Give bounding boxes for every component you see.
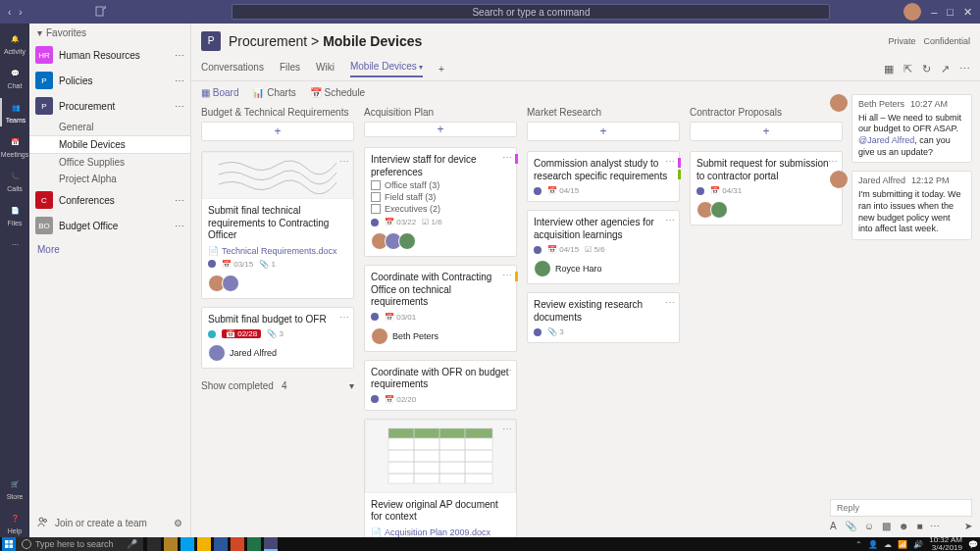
tab-files[interactable]: Files [280, 62, 300, 76]
card-menu-icon[interactable]: ⋯ [665, 297, 675, 308]
task-card[interactable]: Submit request for submission to contrac… [690, 151, 843, 225]
tab-mobile-devices[interactable]: Mobile Devices ▾ [350, 61, 423, 77]
taskview-icon[interactable] [147, 537, 161, 551]
wifi-tray-icon[interactable]: 📶 [898, 540, 907, 549]
card-menu-icon[interactable]: ⋯ [665, 215, 675, 225]
edge-icon[interactable] [181, 537, 194, 551]
channel-office-supplies[interactable]: Office Supplies [29, 154, 190, 171]
task-card[interactable]: Coordinate with OFR on budget requiremen… [364, 360, 517, 411]
rail-files[interactable]: 📄Files [0, 201, 29, 229]
gif-icon[interactable]: ▩ [882, 521, 891, 531]
team-hr[interactable]: HRHuman Resources⋯ [29, 42, 190, 68]
join-team-link[interactable]: Join or create a team [55, 518, 147, 528]
card-menu-icon[interactable]: ⋯ [665, 156, 675, 167]
rail-store[interactable]: 🛒Store [0, 475, 29, 503]
new-doc-icon[interactable] [95, 6, 106, 19]
word-icon[interactable] [214, 537, 228, 551]
format-icon[interactable]: A [830, 521, 837, 531]
task-card[interactable]: Review original AP document for context📄… [364, 419, 517, 538]
gear-icon[interactable]: ⚙ [174, 518, 182, 528]
team-bo[interactable]: BOBudget Office⋯ [29, 213, 190, 238]
user-avatar[interactable] [903, 3, 921, 21]
team-menu-icon[interactable]: ⋯ [175, 101, 184, 112]
fullscreen-icon[interactable]: ⇱ [903, 63, 912, 75]
card-menu-icon[interactable]: ⋯ [502, 424, 512, 434]
task-card[interactable]: Submit final budget to OFR📅 02/28📎 3Jare… [201, 307, 354, 370]
start-button[interactable] [2, 537, 16, 551]
sticker-icon[interactable]: ☻ [899, 521, 909, 531]
tab-wiki[interactable]: Wiki [316, 62, 335, 76]
add-task-button[interactable]: + [690, 122, 843, 141]
rail-help[interactable]: ❓Help [0, 509, 29, 537]
tray-chevron-icon[interactable]: ⌃ [855, 540, 862, 549]
card-menu-icon[interactable]: ⋯ [502, 270, 512, 280]
search-input[interactable]: Search or type a command [232, 4, 830, 20]
task-card[interactable]: Coordinate with Contracting Office on te… [364, 265, 517, 352]
team-menu-icon[interactable]: ⋯ [175, 50, 184, 61]
team-pr[interactable]: PProcurement⋯ [29, 93, 190, 119]
attachment-link[interactable]: 📄Acquisition Plan 2009.docx [371, 527, 510, 537]
team-menu-icon[interactable]: ⋯ [175, 221, 184, 231]
checklist-item[interactable]: Office staff (3) [371, 180, 510, 190]
mic-icon[interactable]: 🎤 [127, 539, 137, 549]
more-icon[interactable]: ⋯ [930, 521, 940, 531]
task-card[interactable]: Interview staff for device preferencesOf… [364, 147, 517, 257]
more-icon[interactable]: ⋯ [959, 63, 970, 75]
back-arrow-icon[interactable]: ‹ [8, 7, 11, 18]
rail-chat[interactable]: 💬Chat [0, 64, 29, 92]
expand-icon[interactable]: ▦ [884, 63, 894, 75]
explorer-icon[interactable] [164, 537, 178, 551]
folder-icon[interactable] [197, 537, 211, 551]
card-menu-icon[interactable]: ⋯ [502, 365, 512, 376]
view-board[interactable]: ▦ Board [201, 87, 238, 98]
people-tray-icon[interactable]: 👤 [868, 540, 878, 549]
channel-project-alpha[interactable]: Project Alpha [29, 171, 190, 187]
meet-icon[interactable]: ■ [916, 521, 922, 531]
powerpoint-icon[interactable] [231, 537, 244, 551]
close-icon[interactable]: ✕ [963, 6, 972, 19]
notifications-icon[interactable]: 💬 [968, 540, 978, 549]
attach-icon[interactable]: 📎 [845, 521, 856, 531]
rail-activity[interactable]: 🔔Activity [0, 29, 29, 58]
view-schedule[interactable]: 📅 Schedule [310, 87, 365, 98]
task-card[interactable]: Interview other agencies for acquisition… [527, 210, 680, 284]
popout-icon[interactable]: ↗ [941, 63, 950, 75]
cloud-tray-icon[interactable]: ☁ [884, 540, 892, 549]
card-menu-icon[interactable]: ⋯ [502, 152, 512, 163]
rail-calls[interactable]: 📞Calls [0, 167, 29, 195]
team-po[interactable]: PPolicies⋯ [29, 68, 190, 93]
fwd-arrow-icon[interactable]: › [19, 7, 22, 18]
favorites-header[interactable]: ▾ Favorites [29, 24, 190, 42]
teams-icon[interactable] [264, 537, 278, 551]
add-task-button[interactable]: + [364, 122, 517, 137]
add-tab-button[interactable]: + [438, 64, 444, 75]
view-charts[interactable]: 📊 Charts [252, 87, 295, 98]
rail-more[interactable]: ⋯ [0, 235, 29, 255]
maximize-icon[interactable]: □ [947, 6, 954, 18]
excel-icon[interactable] [247, 537, 261, 551]
team-co[interactable]: CConferences⋯ [29, 187, 190, 213]
reply-input[interactable] [830, 499, 972, 517]
emoji-icon[interactable]: ☺ [864, 521, 874, 531]
team-menu-icon[interactable]: ⋯ [175, 75, 184, 86]
task-card[interactable]: Commission analyst study to research spe… [527, 151, 680, 202]
card-menu-icon[interactable]: ⋯ [339, 312, 349, 323]
tab-conversations[interactable]: Conversations [201, 62, 264, 76]
task-card[interactable]: Submit final technical requirements to C… [201, 151, 354, 299]
taskbar-search[interactable]: Type here to search 🎤 [16, 537, 143, 551]
checklist-item[interactable]: Field staff (3) [371, 192, 510, 202]
more-link[interactable]: More [29, 238, 190, 261]
add-task-button[interactable]: + [527, 122, 680, 141]
attachment-link[interactable]: 📄Technical Requirements.docx [208, 246, 347, 256]
volume-tray-icon[interactable]: 🔊 [913, 540, 923, 549]
send-icon[interactable]: ➤ [964, 521, 972, 531]
task-card[interactable]: Review existing research documents📎 3⋯ [527, 292, 680, 343]
show-completed-toggle[interactable]: Show completed4▾ [201, 376, 354, 395]
channel-general[interactable]: General [29, 119, 190, 135]
channel-mobile-devices[interactable]: Mobile Devices [29, 135, 190, 154]
card-menu-icon[interactable]: ⋯ [339, 156, 349, 167]
team-menu-icon[interactable]: ⋯ [175, 195, 184, 206]
checklist-item[interactable]: Executives (2) [371, 204, 510, 214]
rail-meetings[interactable]: 📅Meetings [0, 132, 29, 161]
minimize-icon[interactable]: – [931, 6, 937, 18]
